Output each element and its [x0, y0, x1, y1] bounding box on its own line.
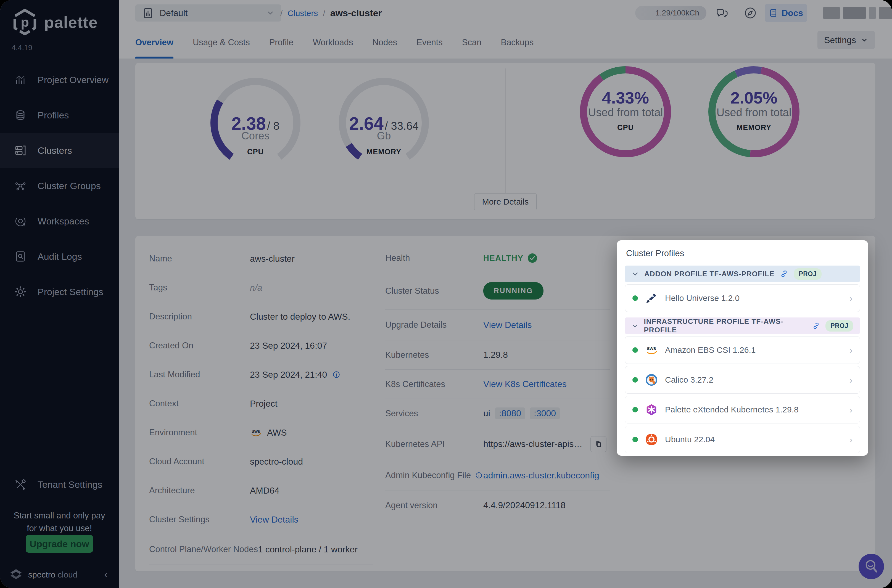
link-icon — [780, 270, 788, 278]
infrastructure-profile-label: INFRASTRUCTURE PROFILE TF-AWS-PROFILE — [644, 317, 807, 334]
chevron-right-icon: › — [850, 404, 853, 415]
proj-badge: PROJ — [794, 268, 821, 280]
pxk-hexagon-icon — [645, 404, 658, 416]
chevron-down-icon — [632, 322, 638, 329]
profile-pack-name: Amazon EBS CSI 1.26.1 — [665, 345, 842, 355]
profile-row-ubuntu[interactable]: Ubuntu 22.04 › — [625, 426, 860, 453]
status-dot — [632, 437, 638, 442]
proj-badge: PROJ — [826, 320, 853, 332]
status-dot — [632, 296, 638, 301]
chevron-right-icon: › — [850, 293, 853, 304]
svg-text:aws: aws — [647, 346, 656, 351]
profile-row-palette-extended-kubernetes[interactable]: Palette eXtended Kubernetes 1.29.8 › — [625, 396, 860, 423]
chevron-down-icon — [632, 270, 639, 278]
profile-pack-name: Palette eXtended Kubernetes 1.29.8 — [665, 405, 842, 414]
profile-row-hello-universe[interactable]: Hello Universe 1.2.0 › — [625, 284, 860, 312]
panel-title: Cluster Profiles — [626, 249, 860, 258]
profile-row-calico[interactable]: Calico 3.27.2 › — [625, 366, 860, 394]
app-window: p palette 4.4.19 Project Overview Profil… — [0, 0, 892, 588]
profile-pack-name: Ubuntu 22.04 — [665, 435, 842, 444]
profile-pack-name: Calico 3.27.2 — [665, 375, 842, 384]
hello-universe-icon — [645, 292, 658, 304]
addon-profile-header[interactable]: ADDON PROFILE TF-AWS-PROFILE PROJ — [625, 266, 860, 282]
chevron-right-icon: › — [850, 434, 853, 445]
status-dot — [632, 377, 638, 382]
profile-pack-name: Hello Universe 1.2.0 — [665, 294, 842, 303]
ubuntu-icon — [645, 433, 658, 446]
chevron-right-icon: › — [850, 345, 853, 356]
status-dot — [632, 407, 638, 412]
profile-row-amazon-ebs-csi[interactable]: aws Amazon EBS CSI 1.26.1 › — [625, 336, 860, 364]
calico-icon — [645, 374, 658, 386]
addon-profile-label: ADDON PROFILE TF-AWS-PROFILE — [644, 270, 774, 278]
status-dot — [632, 347, 638, 353]
chevron-right-icon: › — [850, 375, 853, 386]
link-icon — [812, 322, 820, 330]
infrastructure-profile-header[interactable]: INFRASTRUCTURE PROFILE TF-AWS-PROFILE PR… — [625, 318, 860, 334]
aws-icon: aws — [645, 344, 658, 356]
cluster-profiles-panel: Cluster Profiles ADDON PROFILE TF-AWS-PR… — [617, 240, 868, 456]
